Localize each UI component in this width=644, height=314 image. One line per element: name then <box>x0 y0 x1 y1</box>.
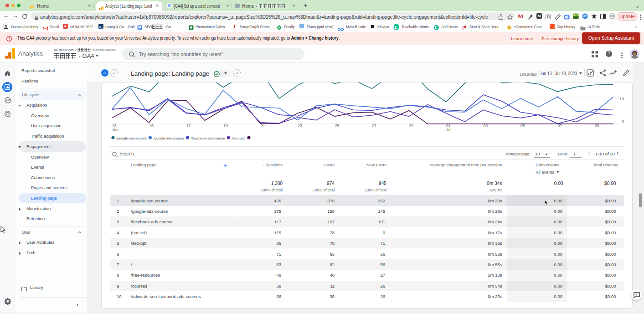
svg-text:25: 25 <box>335 123 339 128</box>
svg-text:27: 27 <box>372 123 376 128</box>
svg-text:07: 07 <box>557 123 562 128</box>
svg-text:05: 05 <box>520 123 525 128</box>
svg-text:09: 09 <box>595 123 599 128</box>
svg-text:21: 21 <box>260 123 265 128</box>
svg-text:/google-ads-course: /google-ads-course <box>154 136 184 140</box>
svg-text:Jun: Jun <box>112 127 119 132</box>
svg-text:/google-seo-course: /google-seo-course <box>116 136 147 140</box>
svg-text:23: 23 <box>298 123 302 128</box>
svg-text:19: 19 <box>223 123 228 128</box>
svg-text:/seo-ppt: /seo-ppt <box>232 136 245 140</box>
svg-text:/facebook-ads-course: /facebook-ads-course <box>191 136 225 140</box>
svg-text:10: 10 <box>619 97 624 101</box>
svg-text:0: 0 <box>622 119 624 124</box>
svg-text:03: 03 <box>483 123 488 128</box>
svg-text:17: 17 <box>186 123 191 128</box>
svg-text:29: 29 <box>409 123 413 128</box>
svg-text:Jul: Jul <box>446 127 452 132</box>
svg-text:15: 15 <box>149 123 154 128</box>
